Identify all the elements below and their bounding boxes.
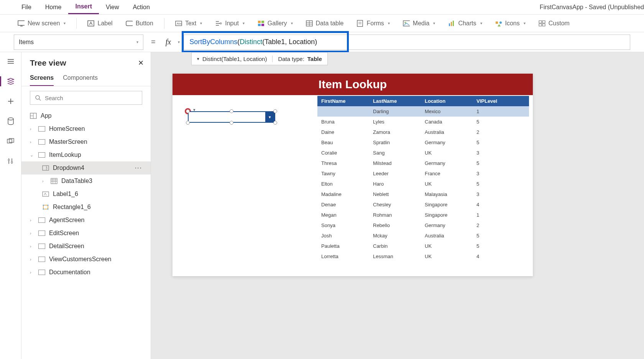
expand-icon[interactable]: › [30, 127, 34, 131]
expand-icon[interactable]: › [30, 257, 34, 262]
tree-item-viewcustomersscreen[interactable]: ›ViewCustomersScreen [21, 253, 151, 266]
svg-line-45 [39, 99, 41, 100]
tree-item-datatable3[interactable]: ›DataTable3 [21, 175, 151, 188]
tree-view-button[interactable] [6, 77, 15, 86]
screen-icon [18, 20, 25, 27]
screen-icon [38, 152, 45, 158]
menu-file[interactable]: File [15, 1, 38, 14]
media-button[interactable]: Media▾ [398, 18, 441, 29]
screen-header: Item Lookup [172, 74, 533, 95]
hamburger-button[interactable] [6, 57, 15, 66]
table-row[interactable]: DarlingMexico1 [317, 106, 529, 117]
input-button[interactable]: Input▾ [210, 18, 250, 29]
screen-icon [38, 139, 45, 145]
expand-icon[interactable]: › [30, 270, 34, 275]
tree-item-homescreen[interactable]: ›HomeScreen [21, 122, 151, 135]
menu-view[interactable]: View [99, 1, 126, 14]
tree-item-documentation[interactable]: ›Documentation [21, 266, 151, 279]
tree-item-agentscreen[interactable]: ›AgentScreen [21, 214, 151, 227]
expand-icon[interactable]: › [30, 218, 34, 222]
expand-icon[interactable]: › [30, 244, 34, 249]
dropdown-control[interactable]: ✕ ▾ ▾ [188, 111, 275, 123]
menu-home[interactable]: Home [38, 1, 69, 14]
tree-list: App ›HomeScreen ›MasterScreen ⌄ItemLooku… [21, 109, 151, 279]
collapse-icon[interactable]: ⌄ [30, 153, 34, 158]
table-row[interactable]: TawnyLeederFrance3 [317, 168, 529, 179]
formula-expand[interactable]: ▾ Distinct(Table1, Location) [192, 56, 273, 62]
col-firstname[interactable]: FirstName [317, 96, 369, 106]
media-rail-button[interactable] [6, 137, 15, 146]
chevron-down-icon[interactable]: ▾ [178, 40, 180, 44]
tree-item-detailscreen[interactable]: ›DetailScreen [21, 240, 151, 253]
data-table[interactable]: FirstName LastName Location VIPLevel Dar… [317, 96, 529, 262]
new-screen-button[interactable]: New screen▾ [12, 18, 71, 29]
property-selector[interactable]: Items ▾ [14, 35, 143, 50]
icons-button[interactable]: Icons▾ [490, 18, 531, 29]
resize-handle[interactable] [273, 121, 277, 125]
data-button[interactable] [6, 117, 15, 126]
chevron-down-icon: ▾ [200, 21, 202, 25]
gallery-button[interactable]: Gallery▾ [252, 18, 298, 29]
table-row[interactable]: BeauSpratlinGermany5 [317, 137, 529, 148]
table-row[interactable]: MeganRohmanSingapore1 [317, 210, 529, 220]
col-location[interactable]: Location [421, 96, 473, 106]
gallery-icon [258, 20, 264, 27]
table-cell: Thresa [317, 158, 369, 168]
table-cell: Bruna [317, 117, 369, 127]
table-row[interactable]: DenaeChesleySingapore4 [317, 199, 529, 210]
tree-item-label16[interactable]: Label1_6 [21, 188, 151, 201]
table-row[interactable]: CoralieSangUK3 [317, 148, 529, 158]
close-icon[interactable]: ✕ [138, 59, 144, 67]
text-button[interactable]: Abc Text▾ [170, 18, 207, 29]
resize-handle[interactable] [186, 109, 190, 113]
custom-button[interactable]: Custom [533, 18, 575, 29]
forms-button[interactable]: Forms▾ [351, 18, 395, 29]
tab-screens[interactable]: Screens [30, 72, 54, 86]
button-button[interactable]: Button [120, 18, 159, 29]
col-lastname[interactable]: LastName [369, 96, 421, 106]
resize-handle[interactable] [230, 109, 233, 113]
resize-handle[interactable] [273, 109, 277, 113]
table-row[interactable]: JoshMckayAustralia5 [317, 231, 529, 241]
app-title: FirstCanvasApp - Saved (Unpublished [540, 4, 644, 11]
tree-item-app[interactable]: App [21, 109, 151, 122]
table-row[interactable]: EltonHaroUK5 [317, 179, 529, 189]
table-row[interactable]: LorrettaLessmanUK4 [317, 251, 529, 262]
col-viplevel[interactable]: VIPLevel [473, 96, 529, 106]
table-row[interactable]: BrunaLylesCanada5 [317, 117, 529, 127]
menu-action[interactable]: Action [126, 1, 156, 14]
expand-icon[interactable]: › [30, 140, 34, 144]
settings-rail-button[interactable] [6, 156, 15, 166]
search-input[interactable] [45, 95, 137, 101]
charts-button[interactable]: Charts▾ [443, 18, 487, 29]
more-icon[interactable]: ··· [135, 165, 145, 171]
tree-item-rectangle16[interactable]: Rectangle1_6 [21, 201, 151, 214]
canvas[interactable]: Item Lookup ✕ ▾ ▾ FirstName LastName [151, 52, 644, 359]
tree-item-masterscreen[interactable]: ›MasterScreen [21, 135, 151, 148]
data-table-button[interactable]: Data table [301, 18, 349, 29]
tree-search[interactable] [30, 91, 142, 105]
expand-icon[interactable]: › [30, 231, 34, 235]
tree-item-itemlookup[interactable]: ⌄ItemLookup [21, 148, 151, 161]
resize-handle[interactable] [230, 121, 233, 125]
table-cell: Sang [369, 148, 421, 158]
tab-components[interactable]: Components [63, 72, 98, 86]
table-cell: Australia [421, 231, 473, 241]
table-row[interactable]: SonyaRebelloGermany2 [317, 220, 529, 231]
resize-handle[interactable] [186, 121, 190, 125]
dropdown-arrow-icon[interactable]: ▾ [265, 112, 274, 122]
add-button[interactable] [6, 97, 15, 106]
table-cell: Australia [421, 127, 473, 137]
tree-item-editscreen[interactable]: ›EditScreen [21, 227, 151, 240]
table-row[interactable]: DaineZamoraAustralia2 [317, 127, 529, 137]
table-row[interactable]: PaulettaCarbinUK5 [317, 241, 529, 251]
table-cell: UK [421, 179, 473, 189]
table-cell: Zamora [369, 127, 421, 137]
table-row[interactable]: ThresaMilsteadGermany5 [317, 158, 529, 168]
expand-icon[interactable]: › [42, 179, 47, 183]
tree-item-dropdown4[interactable]: Dropdown4 ··· [21, 161, 151, 175]
label-button[interactable]: Label [82, 18, 118, 29]
table-row[interactable]: MadalineNeblettMalayasia3 [317, 189, 529, 199]
menu-insert[interactable]: Insert [68, 0, 99, 14]
formula-input[interactable]: SortByColumns(Distinct(Table1, Location) [184, 35, 630, 50]
